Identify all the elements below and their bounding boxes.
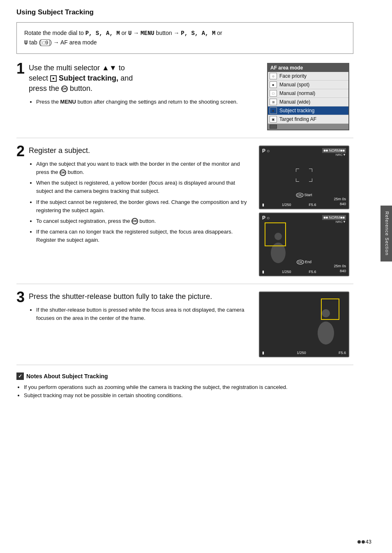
step2-bullet4: To cancel subject registration, press th… xyxy=(36,217,251,225)
camera1-memory-icon: ▮ xyxy=(262,203,264,207)
ok-button-icon: OK xyxy=(61,86,68,92)
camera-screen-1: P ○ ■■ NORM■■ NRC▼ xyxy=(259,146,349,209)
step1-left: 1 Use the multi selector ▲▼ to select ■ … xyxy=(16,63,259,130)
camera1-ok-label: OK Start xyxy=(296,193,312,197)
step2-bullet2: When the subject is registered, a yellow… xyxy=(36,179,251,195)
subject-tracking-af-icon: ■ xyxy=(270,107,277,114)
step2-bullet3: If the subject cannot be registered, the… xyxy=(36,198,251,215)
step3-number: 3 xyxy=(16,290,25,305)
af-label-face: Face priority xyxy=(279,73,307,79)
camera2-nrc: NRC▼ xyxy=(336,220,346,224)
af-table-title: AF area mode xyxy=(268,64,348,72)
step3-right: ▮ 1/250 F5.6 xyxy=(259,292,353,357)
step2-bullet1: Align the subject that you want to track… xyxy=(36,160,251,176)
step2-left: 2 Register a subject. Align the subject … xyxy=(16,146,251,276)
af-label-target: Target finding AF xyxy=(279,116,316,122)
camera3-bottom-bar: ▮ 1/250 F5.6 xyxy=(262,351,346,355)
camera1-ok-circle: OK xyxy=(296,193,303,197)
manual-spot-icon: ■ xyxy=(270,81,277,88)
camera-screen-2: P ○ ■■ NORM■■ NRC▼ OK En xyxy=(259,213,349,276)
camera1-bottom-bar: ▮ 1/250 F5.6 25m 0s 840 xyxy=(262,197,346,206)
manual-wide-icon: ⊞ xyxy=(270,99,277,105)
intro-box: Rotate the mode dial to P, S, A, M or U … xyxy=(16,22,353,54)
notes-title: ✓ Notes About Subject Tracking xyxy=(16,373,353,380)
camera2-bottom-bar: ▮ 1/250 F5.6 25m 0s 840 xyxy=(262,264,346,273)
step1-bullets: Press the MENU button after changing the… xyxy=(29,98,238,106)
step1-right: AF area mode ☺ Face priority ■ Manual (s… xyxy=(267,63,353,130)
camera3-aperture: F5.6 xyxy=(339,351,346,355)
face-priority-icon: ☺ xyxy=(270,73,277,79)
camera2-aperture: F5.6 xyxy=(309,270,316,274)
notes-bullet2: Subject tracking may not be possible in … xyxy=(24,391,353,400)
subject-tracking-icon: ■ xyxy=(50,75,57,82)
camera1-time: 25m 0s xyxy=(334,197,346,201)
af-row-wide: ⊞ Manual (wide) xyxy=(268,98,348,106)
af-row-normal: □ Manual (normal) xyxy=(268,89,348,98)
svg-point-3 xyxy=(318,322,334,345)
camera2-memory-icon: ▮ xyxy=(262,270,264,274)
camera1-top-right: ■■ NORM■■ xyxy=(322,148,346,153)
camera1-frames: 840 xyxy=(340,202,346,206)
camera1-mode: P ○ xyxy=(262,148,270,154)
ok-icon-2: OK xyxy=(131,218,138,224)
af-label-spot: Manual (spot) xyxy=(279,82,309,88)
step1-number: 1 xyxy=(16,61,25,76)
camera3-memory-icon: ▮ xyxy=(262,351,264,355)
step2-number: 2 xyxy=(16,144,25,159)
step3-left: 3 Press the shutter-release button fully… xyxy=(16,292,251,357)
af-label-wide: Manual (wide) xyxy=(279,99,310,105)
camera2-ok-circle: OK xyxy=(297,260,304,264)
page-number: 43 xyxy=(357,539,371,545)
step2-right: P ○ ■■ NORM■■ NRC▼ xyxy=(259,146,353,276)
camera2-frames: 840 xyxy=(340,269,346,273)
step3-heading: Press the shutter-release button fully t… xyxy=(29,292,251,302)
step3-bullet1: If the shutter-release button is pressed… xyxy=(36,306,251,322)
step2-bullets: Align the subject that you want to track… xyxy=(29,160,251,244)
tracking-bracket-3 xyxy=(321,298,339,320)
reference-section-tab: Reference Section xyxy=(380,206,392,261)
af-row-spot: ■ Manual (spot) xyxy=(268,81,348,89)
page-dot-1 xyxy=(357,540,361,544)
step1-bullet1: Press the MENU button after changing the… xyxy=(36,98,238,106)
focus-bracket-center xyxy=(296,169,312,183)
af-row-face: ☺ Face priority xyxy=(268,72,348,81)
af-row-subject: ■ Subject tracking xyxy=(268,106,348,115)
af-area-mode-table: AF area mode ☺ Face priority ■ Manual (s… xyxy=(267,63,349,130)
camera2-ok-label: OK End xyxy=(297,260,311,264)
step2-bullet5: If the camera can no longer track the re… xyxy=(36,228,251,244)
camera3-shutter: 1/250 xyxy=(297,351,306,355)
page-dot-2 xyxy=(362,540,365,544)
af-label-normal: Manual (normal) xyxy=(279,90,315,96)
camera2-shutter: 1/250 xyxy=(282,270,291,274)
camera1-nrc: NRC▼ xyxy=(336,153,346,157)
page-number-text: 43 xyxy=(366,539,371,545)
notes-check-icon: ✓ xyxy=(16,373,24,380)
manual-normal-icon: □ xyxy=(270,90,277,97)
camera1-aperture: F5.6 xyxy=(309,203,316,207)
step1-container: 1 Use the multi selector ▲▼ to select ■ … xyxy=(16,63,353,138)
af-label-subject: Subject tracking xyxy=(279,108,314,113)
step1-heading: Use the multi selector ▲▼ to select ■ Su… xyxy=(29,63,238,94)
step2-container: 2 Register a subject. Align the subject … xyxy=(16,146,353,284)
tracking-bracket xyxy=(265,222,286,246)
step3-bullets: If the shutter-release button is pressed… xyxy=(29,306,251,322)
page-title: Using Subject Tracking xyxy=(16,8,353,16)
target-finding-icon: ▣ xyxy=(270,116,277,123)
camera2-top-right: ■■ NORM■■ xyxy=(322,215,346,220)
notes-bullet1: If you perform operations such as zoomin… xyxy=(24,383,353,391)
step3-container: 3 Press the shutter-release button fully… xyxy=(16,292,353,365)
step2-heading: Register a subject. xyxy=(29,146,251,156)
camera1-shutter: 1/250 xyxy=(282,203,291,207)
af-row-target: ▣ Target finding AF xyxy=(268,115,348,124)
camera-screen-3: ▮ 1/250 F5.6 xyxy=(259,292,349,357)
intro-text: Rotate the mode dial to P, S, A, M or U … xyxy=(24,30,222,46)
camera2-right-info: 25m 0s 840 xyxy=(334,264,346,273)
ok-icon-1: OK xyxy=(60,169,66,176)
notes-title-text: Notes About Subject Tracking xyxy=(26,373,108,379)
camera1-right-info: 25m 0s 840 xyxy=(334,197,346,206)
camera2-mode: P ○ xyxy=(262,215,270,221)
camera2-time: 25m 0s xyxy=(334,264,346,268)
notes-list: If you perform operations such as zoomin… xyxy=(16,383,353,400)
notes-section: ✓ Notes About Subject Tracking If you pe… xyxy=(16,373,353,400)
